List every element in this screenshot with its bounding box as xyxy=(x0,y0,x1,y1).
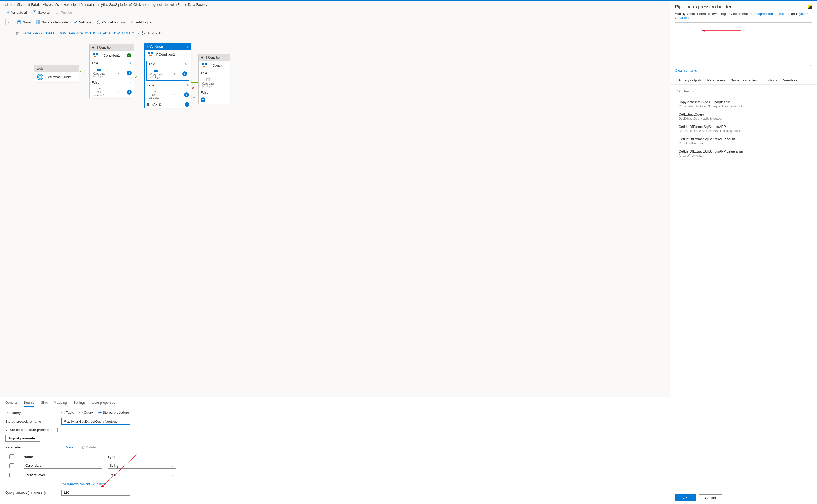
add-trigger-button[interactable]: Add trigger xyxy=(130,20,153,24)
activity-if1[interactable]: ⛯If Condition⤢ If Condition1 ✔ True✎ Cop… xyxy=(89,44,134,98)
expressions-link[interactable]: expressions, functions xyxy=(756,12,790,16)
svg-rect-23 xyxy=(154,70,156,72)
svg-rect-12 xyxy=(142,31,143,33)
svg-rect-4 xyxy=(36,21,38,22)
add-dynamic-content-link[interactable]: Add dynamic content [Alt+Shift+D] xyxy=(60,482,108,486)
edit-mode-icon[interactable] xyxy=(808,5,812,9)
tab-system-variables[interactable]: System variables xyxy=(731,77,757,84)
panel-title: Pipeline expression builder xyxy=(675,4,731,10)
parameter-label: Parameter xyxy=(5,445,58,449)
radio-query[interactable]: Query xyxy=(79,411,93,414)
row-checkbox[interactable] xyxy=(9,463,14,468)
tab-activity-outputs[interactable]: Activity outputs xyxy=(679,77,702,84)
activity-outputs-list: Copy data into Algo DL paquet fileCopy d… xyxy=(670,98,817,491)
add-activity-button[interactable]: + xyxy=(85,70,89,74)
copy-icon[interactable]: ⧉ xyxy=(159,102,161,107)
col-name: Name xyxy=(24,455,102,459)
tab-sink[interactable]: Sink xyxy=(41,399,47,407)
col-type: Type xyxy=(108,455,176,459)
cancel-button[interactable]: Cancel xyxy=(699,494,722,501)
activity-web[interactable]: Web 🌐 GetExtractQuery xyxy=(34,65,79,82)
item-desc: GetExtractQuery activity output xyxy=(679,117,809,120)
info-icon[interactable]: i xyxy=(56,428,59,432)
add-button[interactable]: + xyxy=(127,71,132,75)
import-parameter-button[interactable]: Import parameter xyxy=(5,435,40,442)
breadcrumb-sep: > xyxy=(137,31,139,35)
add-button[interactable]: + xyxy=(201,97,206,102)
list-item[interactable]: GetListOfExtractSqlScriptsAPPGetListOfEx… xyxy=(675,123,812,135)
delete-icon[interactable]: 🗑 xyxy=(146,103,150,107)
list-item[interactable]: GetListOfExtractSqlScriptsAPP countCount… xyxy=(675,135,812,147)
select-all-checkbox[interactable] xyxy=(9,454,14,459)
param-name-input[interactable] xyxy=(24,463,102,469)
tab-parameters[interactable]: Parameters xyxy=(707,77,725,84)
list-item[interactable]: GetExtractQueryGetExtractQuery activity … xyxy=(675,110,812,123)
tab-settings[interactable]: Settings xyxy=(73,399,86,407)
pipeline-toolbar: « Save Save as template Validate Cancel … xyxy=(0,16,670,28)
sp-params-toggle[interactable]: ⌄ Stored procedure parameters i xyxy=(5,428,59,432)
edit-icon[interactable]: ✎ xyxy=(185,62,187,66)
add-button[interactable]: + xyxy=(127,90,132,95)
if1-false-node[interactable]: (x)Set variable1 xyxy=(92,87,106,97)
svg-rect-25 xyxy=(202,63,204,65)
expression-textarea[interactable] xyxy=(675,22,812,67)
cancel-options-button[interactable]: Cancel options xyxy=(96,20,125,24)
expression-builder-panel: Pipeline expression builder Add dynamic … xyxy=(670,0,817,504)
pipeline-canvas[interactable]: Web 🌐 GetExtractQuery ✔ + ⛯If Condition⤢… xyxy=(0,36,670,397)
divider xyxy=(77,445,77,449)
if1-false-node-label: Set variable1 xyxy=(92,91,106,97)
clear-contents-link[interactable]: Clear contents xyxy=(670,67,817,74)
param-type-select[interactable]: String⌄ xyxy=(108,463,176,469)
tab-functions[interactable]: Functions xyxy=(763,77,777,84)
add-button[interactable]: + xyxy=(184,92,189,97)
save-all-button[interactable]: Save all xyxy=(32,10,50,14)
if2-true-node[interactable]: Copy data into Algo... xyxy=(149,69,163,79)
validate-all-button[interactable]: Validate all xyxy=(5,10,28,14)
search-input[interactable] xyxy=(675,88,812,95)
code-icon[interactable]: </> xyxy=(152,103,157,107)
if1-true-node[interactable]: Copy data into Algo... xyxy=(92,68,106,78)
svg-rect-27 xyxy=(203,66,206,67)
param-type-select[interactable]: Int16⌄ xyxy=(108,472,176,478)
if3-true-node[interactable]: Copy data into Algo... xyxy=(201,78,216,88)
row-checkbox[interactable] xyxy=(9,473,14,477)
query-timeout-input[interactable] xyxy=(61,490,130,496)
collapse-panel-button[interactable]: « xyxy=(5,19,12,25)
edit-icon[interactable]: ✎ xyxy=(129,62,132,65)
info-icon[interactable]: i xyxy=(43,491,46,495)
ok-button[interactable]: OK xyxy=(675,494,696,501)
web-name: GetExtractQuery xyxy=(45,75,71,79)
tab-user-properties[interactable]: User properties xyxy=(92,399,115,407)
add-button[interactable]: + xyxy=(182,71,187,76)
save-template-button[interactable]: Save as template xyxy=(36,20,68,24)
validate-button[interactable]: Validate xyxy=(73,20,91,24)
param-name-input[interactable] xyxy=(24,472,102,478)
new-parameter-button[interactable]: ＋New xyxy=(61,445,73,449)
activity-if2[interactable]: If Condition⤢ If Condition2 True✎ Copy d… xyxy=(144,43,191,108)
tab-variables[interactable]: Variables xyxy=(783,77,797,84)
radio-table[interactable]: Table xyxy=(61,411,74,414)
banner-link[interactable]: here xyxy=(142,3,149,7)
chevron-down-icon: ⌄ xyxy=(171,473,174,477)
sp-name-input[interactable] xyxy=(61,418,130,425)
go-icon[interactable]: → xyxy=(185,102,189,107)
delete-parameter-button: 🗑Delete xyxy=(81,445,96,449)
arrow-icon: ⟶ xyxy=(108,71,125,75)
activity-if3[interactable]: ⛯If Condition If Conditi True Copy data … xyxy=(198,54,231,104)
save-button[interactable]: Save xyxy=(17,20,31,24)
tab-source[interactable]: Source xyxy=(24,399,34,407)
if2-false-node[interactable]: (x)Set variable2 xyxy=(147,90,161,99)
list-item[interactable]: Copy data into Algo DL paquet fileCopy d… xyxy=(675,98,812,110)
edit-icon[interactable]: ✎ xyxy=(186,84,189,87)
table-row: Int16⌄ xyxy=(5,470,665,480)
list-item[interactable]: GetListOfExtractSqlScriptsAPP value arra… xyxy=(675,147,812,160)
panel-footer: OK Cancel xyxy=(670,491,817,504)
edit-icon[interactable]: ✎ xyxy=(129,81,132,85)
tab-mapping[interactable]: Mapping xyxy=(54,399,67,407)
tab-general[interactable]: General xyxy=(5,399,17,407)
breadcrumb-pipeline[interactable]: 0003-EXPORT_DATA_FROM_APPLICATION_INTO_A… xyxy=(22,31,134,35)
save-all-label: Save all xyxy=(38,11,50,14)
radio-stored-procedure[interactable]: Stored procedure xyxy=(98,411,129,414)
if2-type: If Condition xyxy=(147,45,163,48)
if3-type: If Condition xyxy=(206,56,222,59)
